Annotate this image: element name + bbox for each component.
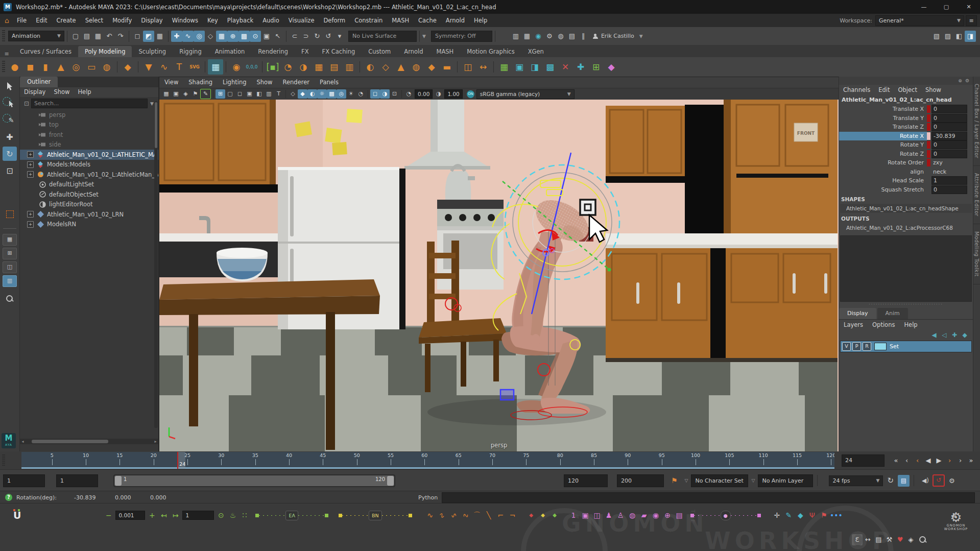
toggle-modeling-toolkit-icon[interactable]: ▧ [931, 31, 942, 42]
fps-dropdown[interactable]: 24 fps▼ [829, 475, 883, 486]
animbot-logo[interactable]: U [13, 510, 21, 521]
layer-from-selected-icon[interactable]: ◆ [960, 330, 970, 341]
playback-start-field[interactable]: 1 [56, 474, 98, 487]
outliner-item-athletic-man-v01-02-lrn[interactable]: +Athletic_Man_v01_02_LRN [20, 209, 158, 220]
outliner-item-front[interactable]: front [20, 130, 158, 140]
menu-edit[interactable]: Edit [874, 85, 894, 95]
sphere-project-icon[interactable]: ◔ [280, 59, 296, 75]
outliner-vertical-scrollbar[interactable] [154, 101, 158, 428]
construction-history-icon[interactable]: ↻ [312, 31, 323, 42]
maximize-button[interactable]: ▢ [935, 0, 958, 14]
layer-name[interactable]: Set [890, 343, 899, 350]
layer-visibility-toggle[interactable]: V [842, 342, 851, 351]
channel-value-translate-x[interactable]: 0 [931, 105, 967, 113]
pink-slider[interactable]: ● [690, 511, 761, 520]
workspace-options-icon[interactable]: ≡ [966, 15, 977, 26]
quad-draw-icon[interactable]: ▦ [496, 59, 512, 75]
snap-center-icon[interactable]: ⊕ [227, 31, 238, 42]
diamond-tool-icon[interactable]: ◆ [795, 509, 806, 521]
marquee-tool[interactable] [3, 207, 17, 221]
go-to-start-icon[interactable]: « [891, 455, 901, 466]
ea-button[interactable]: EA [285, 511, 298, 520]
menu-deform[interactable]: Deform [319, 14, 350, 27]
channel-value-head-scale[interactable]: 1 [931, 176, 967, 185]
outliner-item-persp[interactable]: persp [20, 110, 158, 120]
select-camera-icon[interactable]: ▦ [161, 89, 171, 99]
expand-icon[interactable]: + [27, 161, 34, 168]
tween-minus-icon[interactable]: − [103, 509, 114, 521]
outliner-item-top[interactable]: top [20, 120, 158, 130]
menu-audio[interactable]: Audio [258, 14, 284, 27]
bookmark-icon[interactable]: ⚑ [671, 476, 678, 485]
layout-outliner-persp[interactable]: ▥ [3, 275, 17, 287]
bookmark-red-icon[interactable]: ⚑ [818, 509, 830, 521]
channel-value-squash-stretch[interactable]: 0 [931, 185, 967, 194]
menu-help[interactable]: Help [74, 87, 95, 97]
snap-grid-icon[interactable]: ✚ [171, 31, 182, 42]
minimize-button[interactable]: — [913, 0, 935, 14]
select-object-icon[interactable]: ◩ [143, 31, 154, 42]
curve-fall-icon[interactable]: ╲ [483, 509, 495, 521]
range-end-handle[interactable] [387, 476, 394, 486]
curve-sine-icon[interactable]: ∿ [424, 509, 436, 521]
curve-arc-icon[interactable]: ⌒ [471, 509, 483, 521]
channel-value-rotate-y[interactable]: 0 [931, 140, 967, 149]
lasso-select-tool[interactable] [3, 96, 17, 110]
bookmark-icon[interactable]: ⚑ [190, 89, 200, 99]
command-line-language-label[interactable]: Python [418, 494, 438, 501]
playblast-icon[interactable]: ▤ [898, 475, 910, 487]
move-layer-down-icon[interactable]: ◁ [939, 330, 949, 341]
shelf-menu-icon[interactable]: ≡ [0, 51, 13, 57]
exposure-value[interactable]: 0.00 [415, 89, 433, 99]
expand-icon[interactable]: + [27, 171, 34, 178]
step-forward-frame-icon[interactable]: › [955, 455, 966, 466]
command-line-input[interactable] [442, 492, 975, 503]
tab-modeling-toolkit[interactable]: Modeling Toolkit [973, 224, 980, 284]
new-scene-icon[interactable]: ▢ [70, 31, 81, 42]
curve-bounce-icon[interactable]: ∿ [458, 508, 473, 523]
anim-offset-icon[interactable]: ◍ [627, 509, 638, 521]
channel-value-align[interactable]: neck [931, 168, 966, 176]
paint-select-tool[interactable]: ✎ [3, 113, 17, 127]
lock-camera-icon[interactable]: ▣ [171, 89, 181, 99]
cache-toggle-icon[interactable]: ↺ [323, 31, 334, 42]
layout-single-pane[interactable]: ▦ [3, 234, 17, 246]
snap-plane-icon[interactable]: ◇ [205, 31, 216, 42]
layout-four-pane[interactable]: ⊞ [3, 248, 17, 259]
add-item-icon[interactable]: ✚ [573, 59, 588, 75]
lower-right-cabinets[interactable] [606, 233, 838, 362]
tab-display[interactable]: Display [839, 308, 876, 319]
grid-b-icon[interactable]: ▥ [342, 59, 357, 75]
step-back-frame-icon[interactable]: ‹ [901, 455, 912, 466]
channel-row-translate-y[interactable]: Translate Y0 [839, 114, 973, 123]
rig-tools-icon[interactable]: ⚒ [884, 534, 895, 545]
menu-object[interactable]: Object [894, 85, 921, 95]
colorspace-dropdown[interactable]: sRGB gamma (legacy)▼ [476, 89, 575, 99]
poly-disc-icon[interactable]: ◍ [99, 59, 114, 75]
outliner-item-modelsrn[interactable]: +ModelsRN [20, 220, 158, 230]
toggle-uv-editor-icon[interactable]: ▨ [942, 31, 953, 42]
layout-two-pane[interactable]: ◫ [3, 261, 17, 273]
menu-set-dropdown[interactable]: Animation▼ [8, 31, 64, 41]
tween-plus-icon[interactable]: + [146, 509, 158, 521]
channel-row-rotate-y[interactable]: Rotate Y0 [839, 140, 973, 150]
bn-button[interactable]: BN [369, 511, 382, 520]
field-chart-icon[interactable]: ◧ [254, 89, 264, 99]
tween-value[interactable]: 0.001 [115, 511, 145, 520]
shelf-tab-rigging[interactable]: Rigging [173, 46, 208, 57]
audio-icon[interactable]: ◀) [922, 477, 929, 484]
anti-alias-icon[interactable]: ◔ [356, 89, 366, 99]
open-scene-icon[interactable]: ▤ [81, 31, 92, 42]
channel-value-rotate-order[interactable]: zxy [931, 159, 966, 166]
shelf-tab-poly-modeling[interactable]: Poly Modeling [78, 46, 132, 57]
outliner-item-athletic-man-v01-02-l-athletic-ma[interactable]: +Athletic_Man_v01_02_L:ATHLETIC_MA [20, 150, 158, 160]
poly-helix-icon[interactable]: ∿ [156, 59, 172, 75]
pose-library-icon[interactable]: ♙ [615, 509, 627, 521]
channel-value-rotate-x[interactable]: -30.839 [931, 132, 967, 140]
curve-step-icon[interactable]: ⌐ [495, 509, 507, 521]
select-component-icon[interactable]: ▦ [154, 31, 165, 42]
menu-create[interactable]: Create [52, 14, 80, 27]
tab-attribute-editor[interactable]: Attribute Editor [973, 166, 980, 224]
snap-view-icon[interactable]: ▦ [216, 31, 227, 42]
gamma-icon[interactable]: ◑ [434, 89, 443, 99]
